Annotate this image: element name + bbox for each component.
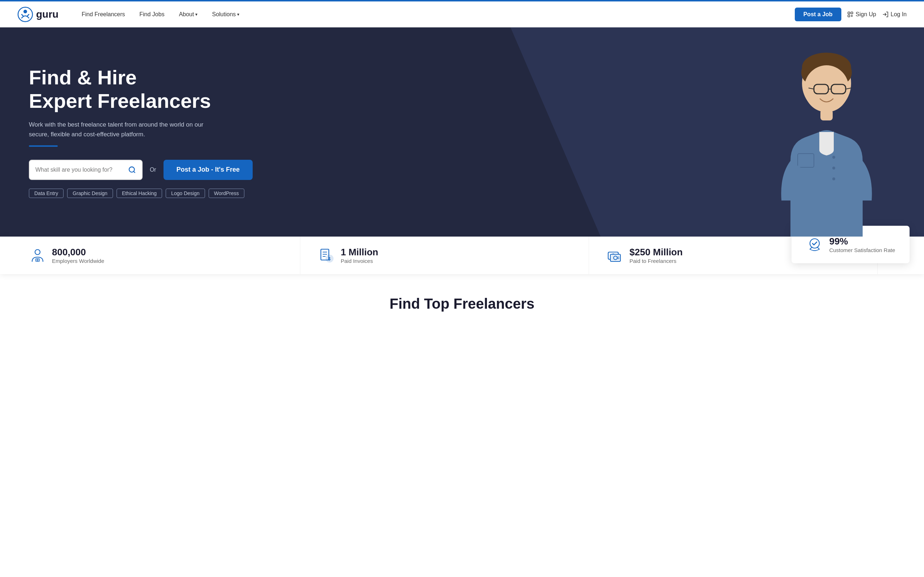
hero-or-text: Or — [150, 167, 156, 173]
stat-employers: 800,000 Employers Worldwide — [29, 237, 300, 274]
stat-paid-label: Paid to Freelancers — [630, 258, 683, 264]
stat-satisfaction-label: Customer Satisfaction Rate — [829, 247, 895, 253]
stat-satisfaction-number: 99% — [829, 236, 895, 247]
svg-rect-6 — [848, 15, 850, 16]
stat-paid-number: $250 Million — [630, 247, 683, 258]
svg-rect-4 — [848, 12, 850, 14]
hero-title: Find & Hire Expert Freelancers — [29, 66, 253, 113]
hero-person-svg — [762, 49, 892, 237]
svg-point-21 — [832, 156, 835, 159]
svg-point-23 — [832, 177, 835, 180]
stat-invoices: $ 1 Million Paid Invoices — [318, 237, 589, 274]
money-icon — [606, 247, 624, 264]
svg-line-3 — [27, 15, 29, 16]
nav-find-freelancers[interactable]: Find Freelancers — [76, 8, 131, 21]
svg-line-9 — [134, 171, 135, 173]
login-button[interactable]: Log In — [882, 11, 907, 18]
search-input[interactable] — [36, 167, 128, 173]
post-job-hero-button[interactable]: Post a Job - It's Free — [163, 160, 253, 180]
login-icon — [882, 11, 888, 18]
stat-invoices-number: 1 Million — [341, 247, 378, 258]
invoice-icon: $ — [318, 247, 335, 264]
nav-find-jobs[interactable]: Find Jobs — [134, 8, 170, 21]
find-top-title: Find Top Freelancers — [29, 296, 895, 312]
hero-person-image — [751, 35, 902, 237]
hero-underline — [29, 145, 58, 147]
nav-about[interactable]: About — [173, 8, 204, 21]
signup-button[interactable]: Sign Up — [847, 11, 876, 18]
logo-text: guru — [36, 9, 58, 20]
navbar: guru Find Freelancers Find Jobs About So… — [0, 2, 924, 27]
search-button[interactable] — [128, 166, 136, 174]
svg-point-22 — [832, 167, 835, 169]
search-icon — [128, 166, 136, 174]
hero-subtitle: Work with the best freelance talent from… — [29, 120, 216, 139]
svg-point-8 — [129, 167, 135, 172]
hero-section: Find & Hire Expert Freelancers Work with… — [0, 27, 924, 237]
employer-icon — [29, 247, 46, 264]
search-box — [29, 160, 142, 180]
svg-rect-5 — [851, 12, 853, 14]
svg-point-0 — [18, 7, 32, 22]
stat-employers-number: 800,000 — [52, 247, 104, 258]
signup-icon — [847, 11, 854, 18]
stat-invoices-label: Paid Invoices — [341, 258, 378, 264]
tag-logo-design[interactable]: Logo Design — [166, 189, 205, 198]
satisfaction-icon — [806, 236, 823, 253]
logo-link[interactable]: guru — [17, 6, 58, 23]
hero-content: Find & Hire Expert Freelancers Work with… — [29, 66, 253, 198]
navbar-actions: Post a Job Sign Up Log In — [795, 8, 907, 21]
svg-point-41 — [810, 239, 819, 248]
post-job-nav-button[interactable]: Post a Job — [795, 8, 842, 21]
tag-graphic-design[interactable]: Graphic Design — [67, 189, 113, 198]
navbar-nav: Find Freelancers Find Jobs About Solutio… — [76, 8, 795, 21]
stats-section: 800,000 Employers Worldwide $ 1 Million … — [0, 237, 924, 274]
svg-rect-37 — [611, 254, 620, 261]
nav-solutions[interactable]: Solutions — [206, 8, 245, 21]
stat-employers-label: Employers Worldwide — [52, 258, 104, 264]
find-freelancers-section: Find Top Freelancers — [0, 274, 924, 319]
svg-rect-20 — [821, 110, 833, 121]
svg-point-25 — [35, 250, 40, 255]
tag-wordpress[interactable]: WordPress — [208, 189, 244, 198]
tag-ethical-hacking[interactable]: Ethical Hacking — [116, 189, 162, 198]
hero-search-row: Or Post a Job - It's Free — [29, 160, 253, 180]
guru-logo-icon — [17, 6, 33, 23]
hero-tags: Data Entry Graphic Design Ethical Hackin… — [29, 189, 253, 198]
svg-text:$: $ — [328, 256, 331, 261]
svg-line-2 — [22, 15, 23, 16]
tag-data-entry[interactable]: Data Entry — [29, 189, 63, 198]
svg-point-1 — [23, 10, 27, 13]
